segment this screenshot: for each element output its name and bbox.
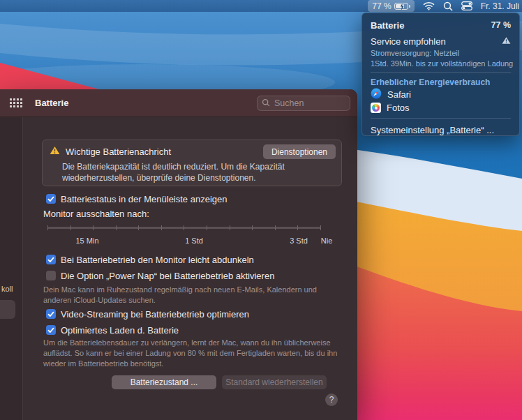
battery-percent-label: 77 % bbox=[372, 1, 391, 11]
battery-menu-percent: 77 % bbox=[491, 20, 512, 30]
photos-icon bbox=[371, 103, 381, 113]
optimized-charging-note: Um die Batterielebensdauer zu verlängern… bbox=[43, 338, 343, 369]
help-button[interactable]: ? bbox=[325, 393, 338, 406]
checkbox-label: Optimiertes Laden d. Batterie bbox=[61, 325, 179, 336]
power-source-label: Stromversorgung: Netzteil bbox=[362, 47, 519, 58]
checkbox[interactable] bbox=[46, 255, 56, 264]
power-nap-note: Dein Mac kann im Ruhezustand regelmäßig … bbox=[43, 285, 343, 306]
checkbox-label: Die Option „Power Nap“ bei Batteriebetri… bbox=[61, 271, 274, 281]
menu-item-label: Fotos bbox=[387, 103, 410, 113]
restore-defaults-button[interactable]: Standard wiederherstellen bbox=[222, 375, 327, 389]
battery-charging-icon bbox=[394, 3, 410, 10]
battery-warning-box: Wichtige Batterienachricht Dienstoptione… bbox=[42, 140, 342, 186]
menu-divider bbox=[371, 72, 511, 73]
control-center-icon[interactable] bbox=[461, 1, 472, 10]
screen: 77 % bbox=[0, 0, 522, 420]
window-titlebar[interactable]: Batterie bbox=[0, 89, 357, 117]
wifi-icon[interactable] bbox=[423, 1, 435, 10]
checkbox-row-battery-status[interactable]: Batteriestatus in der Menüleiste anzeige… bbox=[46, 193, 227, 204]
safari-icon bbox=[371, 88, 382, 101]
menu-divider bbox=[371, 118, 511, 119]
checkbox[interactable] bbox=[46, 271, 56, 280]
battery-dropdown-menu: Batterie 77 % Service empfohlen Stromver… bbox=[361, 13, 520, 136]
checkbox[interactable] bbox=[46, 325, 56, 335]
menu-bar: 77 % bbox=[0, 0, 522, 12]
menu-item-safari[interactable]: Safari bbox=[362, 88, 519, 101]
slider-ticks bbox=[47, 225, 321, 230]
slider-tick-label: 1 Std bbox=[185, 237, 203, 245]
slider-tick-label: Nie bbox=[321, 237, 333, 245]
sidebar-item-selected[interactable] bbox=[0, 300, 15, 319]
checkbox-label: Batteriestatus in der Menüleiste anzeige… bbox=[61, 194, 227, 204]
search-field[interactable] bbox=[257, 96, 350, 111]
service-warning-icon bbox=[502, 36, 511, 47]
menubar-battery-item[interactable]: 77 % bbox=[368, 0, 414, 12]
checkbox-label: Video-Streaming bei Batteriebetrieb opti… bbox=[61, 309, 249, 320]
checkbox-row-dim-display[interactable]: Bei Batteriebetrieb den Monitor leicht a… bbox=[46, 254, 254, 265]
checkbox-row-power-nap[interactable]: Die Option „Power Nap“ bei Batteriebetri… bbox=[46, 270, 274, 281]
warning-body-text: Die Batteriekapazität ist deutlich reduz… bbox=[62, 161, 322, 183]
slider-tick-label: 3 Std bbox=[290, 237, 308, 245]
energy-usage-header: Erheblicher Energieverbrauch bbox=[362, 76, 519, 88]
display-off-slider[interactable] bbox=[47, 223, 321, 233]
checkbox[interactable] bbox=[46, 309, 56, 319]
spotlight-search-icon[interactable] bbox=[443, 1, 453, 11]
slider-tick-label: 15 Min bbox=[75, 237, 98, 245]
charge-time-label: 1Std. 39Min. bis zur vollständigen Ladun… bbox=[362, 58, 519, 68]
service-recommended-label: Service empfohlen bbox=[371, 36, 446, 47]
search-icon bbox=[262, 97, 270, 110]
checkbox-row-video-streaming[interactable]: Video-Streaming bei Batteriebetrieb opti… bbox=[46, 308, 249, 320]
battery-preferences-window: Batterie koll bbox=[0, 89, 357, 420]
search-input[interactable] bbox=[273, 98, 345, 109]
sidebar-item-partial-label[interactable]: koll bbox=[1, 285, 13, 293]
window-title: Batterie bbox=[35, 98, 68, 108]
menu-item-battery-settings[interactable]: Systemeinstellung „Batterie“ ... bbox=[362, 122, 519, 135]
menubar-clock[interactable]: Fr. 31. Juli bbox=[481, 1, 519, 11]
checkbox-label: Bei Batteriebetrieb den Monitor leicht a… bbox=[61, 255, 254, 265]
battery-health-button[interactable]: Batteriezustand ... bbox=[112, 375, 216, 389]
service-options-button[interactable]: Dienstoptionen bbox=[263, 144, 336, 159]
warning-title: Wichtige Batterienachricht bbox=[66, 147, 171, 157]
menu-item-photos[interactable]: Fotos bbox=[362, 101, 519, 114]
window-sidebar: koll bbox=[0, 117, 23, 420]
show-all-grid-icon[interactable] bbox=[10, 98, 22, 107]
battery-menu-title: Batterie bbox=[371, 20, 404, 31]
menu-item-label: Safari bbox=[387, 89, 411, 100]
warning-triangle-icon bbox=[50, 146, 60, 157]
checkbox-row-optimized-charging[interactable]: Optimiertes Laden d. Batterie bbox=[46, 324, 179, 336]
display-off-label: Monitor ausschalten nach: bbox=[43, 209, 149, 219]
checkbox[interactable] bbox=[46, 194, 56, 204]
